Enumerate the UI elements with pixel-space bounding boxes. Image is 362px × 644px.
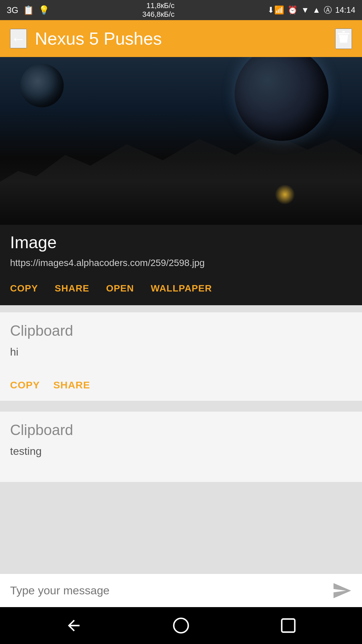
recent-nav-icon	[280, 617, 297, 634]
gap-1	[0, 305, 362, 309]
bulb-icon: 💡	[39, 5, 49, 15]
glow-effect	[275, 184, 295, 205]
image-copy-button[interactable]: COPY	[10, 278, 38, 299]
bluetooth-icon: ⬇📶	[267, 5, 284, 15]
gap-2	[0, 405, 362, 408]
trash-icon-svg	[336, 29, 351, 45]
image-actions: COPY SHARE OPEN WALLPAPER	[10, 275, 352, 305]
alarm-icon: ⏰	[288, 5, 298, 15]
network-speed: 11,8кБ/с 346,8кБ/с	[142, 1, 174, 19]
clipboard1-copy-button[interactable]: COPY	[10, 376, 40, 394]
image-url: https://images4.alphacoders.com/259/2598…	[10, 258, 352, 268]
trash-button[interactable]	[335, 29, 352, 49]
clipboard-title-1: Clipboard	[10, 322, 352, 339]
clipboard-card-1: Clipboard hi COPY SHARE	[0, 312, 362, 401]
status-bar-right: ⬇📶 ⏰ ▼ ▲ Ⓐ 14:14	[267, 5, 355, 15]
clipboard-title-2: Clipboard	[10, 422, 352, 438]
message-bar	[0, 574, 362, 607]
image-card: Image https://images4.alphacoders.com/25…	[0, 57, 362, 305]
image-background	[0, 57, 362, 225]
image-share-button[interactable]: SHARE	[55, 278, 89, 299]
status-bar-left: 3G 📋 💡	[7, 5, 49, 15]
image-open-button[interactable]: OPEN	[106, 278, 134, 299]
status-bar: 3G 📋 💡 11,8кБ/с 346,8кБ/с ⬇📶 ⏰ ▼ ▲ Ⓐ 14:…	[0, 0, 362, 20]
back-nav-button[interactable]	[60, 612, 87, 639]
app-bar: ← Nexus 5 Pushes	[0, 20, 362, 57]
briefcase-icon: 📋	[23, 5, 34, 15]
clipboard-content-2: testing	[10, 445, 352, 465]
recent-nav-button[interactable]	[275, 612, 302, 639]
svg-point-0	[174, 618, 188, 633]
network-indicator: 3G	[7, 5, 18, 15]
send-button[interactable]	[328, 577, 355, 604]
message-input[interactable]	[10, 584, 328, 597]
app-bar-left: ← Nexus 5 Pushes	[10, 29, 162, 49]
wifi-icon: ▲	[312, 5, 320, 15]
send-icon	[332, 581, 352, 601]
signal-icon: ▼	[301, 5, 309, 15]
svg-rect-1	[282, 619, 295, 632]
speed-down: 11,8кБ/с	[142, 1, 174, 10]
clipboard-content-1: hi	[10, 346, 352, 366]
time-display: 14:14	[335, 5, 355, 15]
nav-bar	[0, 607, 362, 644]
clipboard-card-2: Clipboard testing	[0, 411, 362, 482]
image-info: Image https://images4.alphacoders.com/25…	[0, 225, 362, 305]
back-button[interactable]: ←	[10, 29, 27, 48]
app-bar-title: Nexus 5 Pushes	[35, 29, 162, 49]
content-area: Image https://images4.alphacoders.com/25…	[0, 57, 362, 574]
home-nav-icon	[172, 617, 190, 634]
image-wallpaper-button[interactable]: WALLPAPER	[151, 278, 212, 299]
terrain-overlay	[0, 117, 362, 225]
clipboard1-share-button[interactable]: SHARE	[53, 376, 90, 394]
home-nav-button[interactable]	[168, 612, 194, 639]
battery-level: Ⓐ	[324, 5, 332, 15]
speed-up: 346,8кБ/с	[142, 10, 174, 19]
clipboard-actions-1: COPY SHARE	[10, 376, 352, 394]
image-label: Image	[10, 233, 352, 252]
back-nav-icon	[65, 617, 82, 634]
